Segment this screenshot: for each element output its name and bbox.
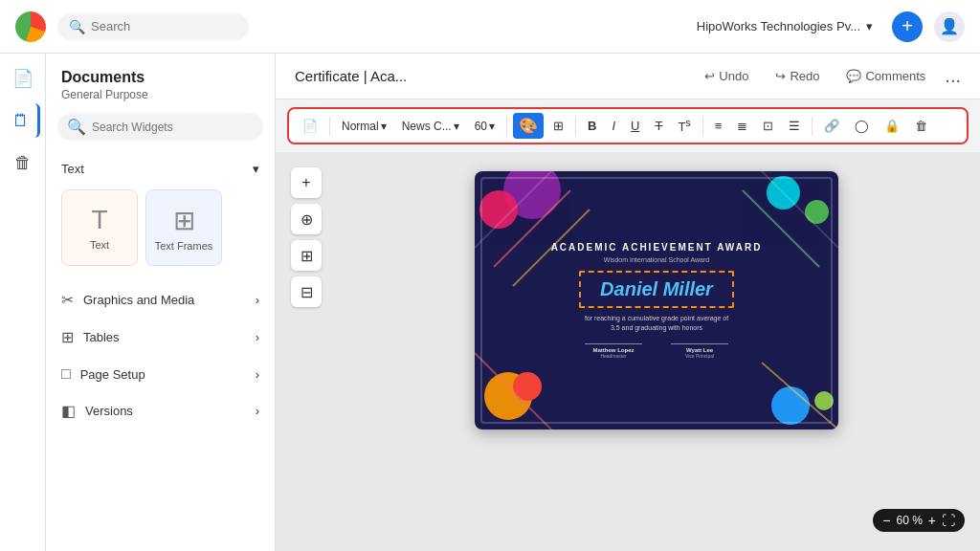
superscript-icon: Ts: [678, 117, 690, 134]
sidebar-header: Documents General Purpose: [46, 54, 275, 105]
align-num-button[interactable]: ≣: [731, 115, 753, 137]
more-options-icon[interactable]: ...: [945, 65, 961, 87]
size-chevron-icon: ▾: [489, 120, 495, 133]
canvas-add-button[interactable]: +: [291, 167, 322, 198]
add-button[interactable]: +: [892, 11, 923, 42]
undo-button[interactable]: ↩ Undo: [697, 65, 756, 87]
bold-button[interactable]: B: [582, 115, 602, 137]
lock-button[interactable]: 🔒: [879, 115, 905, 137]
comments-button[interactable]: 💬 Comments: [838, 65, 933, 87]
tables-label: Tables: [83, 330, 120, 344]
sidebar-search-icon: 🔍: [67, 118, 86, 136]
search-icon: 🔍: [69, 19, 85, 34]
canvas-layers-button[interactable]: ⊟: [291, 276, 322, 307]
page-style-icon[interactable]: 📄: [297, 115, 323, 137]
redo-button[interactable]: ↪ Redo: [768, 65, 827, 87]
cert-sig-1: Wyatt Lee Vice Principal: [671, 343, 728, 359]
cert-name: Daniel Miller: [600, 278, 713, 300]
strikethrough-icon: T: [655, 119, 662, 133]
cert-content: ACADEMIC ACHIEVEMENT AWARD Wisdom Intern…: [475, 171, 838, 430]
page-setup-label: Page Setup: [80, 367, 145, 382]
italic-button[interactable]: I: [606, 115, 621, 137]
size-selector[interactable]: 60 ▾: [469, 117, 501, 136]
list-button[interactable]: ☰: [783, 115, 806, 137]
zoom-level: 60 %: [896, 514, 922, 527]
company-selector[interactable]: HipoWorks Technologies Pv... ▾: [689, 13, 880, 39]
style-chevron-icon: ▾: [381, 120, 387, 133]
sidebar-search[interactable]: 🔍: [57, 113, 263, 141]
cert-signatures: Matthew Lopez Headmaster Wyatt Lee Vice …: [585, 343, 728, 359]
sig-line-1: [671, 343, 728, 344]
widget-search-input[interactable]: [92, 121, 254, 134]
user-button[interactable]: 👤: [934, 11, 965, 42]
sidebar-item-graphics[interactable]: ✂ Graphics and Media ›: [46, 281, 275, 319]
widget-text-frames[interactable]: ⊞ Text Frames: [145, 189, 222, 266]
chevron-down-icon: ▾: [866, 19, 873, 33]
zoom-increase-button[interactable]: +: [928, 513, 936, 528]
app-logo: [15, 11, 46, 42]
text-section-chevron: ▾: [253, 162, 259, 176]
text-box-button[interactable]: ⊡: [757, 115, 779, 137]
sidebar-item-versions[interactable]: ◧ Versions ›: [46, 392, 275, 430]
icon-rail: 📄 🗒 🗑: [0, 54, 46, 551]
toolbar-divider-2: [506, 117, 507, 136]
tables-icon: ⊞: [61, 328, 74, 346]
align-left-button[interactable]: ≡: [709, 115, 728, 137]
shape-button[interactable]: ◯: [849, 115, 875, 137]
widget-text[interactable]: T Text: [61, 189, 138, 266]
zoom-bar: − 60 % + ⛶: [873, 509, 965, 532]
tables-chevron-icon: ›: [256, 330, 259, 344]
canvas-area[interactable]: + ⊕ ⊞ ⊟: [276, 152, 980, 551]
sidebar-menu-left-versions: ◧ Versions: [61, 402, 133, 420]
cert-subtitle: Wisdom International School Award: [604, 256, 709, 263]
sidebar-title: Documents: [61, 69, 259, 86]
search-bar[interactable]: 🔍: [57, 13, 249, 40]
text-section-header[interactable]: Text ▾: [57, 156, 263, 182]
text-section-label: Text: [61, 162, 84, 176]
graphics-chevron-icon: ›: [256, 293, 259, 307]
grid-button[interactable]: ⊞: [547, 115, 569, 137]
page-setup-icon: □: [61, 365, 71, 383]
top-nav: 🔍 HipoWorks Technologies Pv... ▾ + 👤: [0, 0, 980, 54]
redo-label: Redo: [790, 69, 819, 83]
text-widget-label: Text: [90, 239, 109, 251]
cert-name-box: Daniel Miller: [579, 271, 734, 308]
color-button[interactable]: 🎨: [513, 113, 544, 139]
zoom-decrease-button[interactable]: −: [882, 513, 890, 528]
cert-title: ACADEMIC ACHIEVEMENT AWARD: [551, 242, 763, 253]
style-selector[interactable]: Normal ▾: [336, 117, 392, 136]
versions-icon: ◧: [61, 402, 76, 420]
zoom-expand-button[interactable]: ⛶: [942, 513, 955, 528]
sig-title-0: Headmaster: [600, 353, 626, 359]
doc-title: Certificate | Aca...: [295, 68, 407, 84]
content-area: Certificate | Aca... ↩ Undo ↪ Redo 💬 Com…: [276, 54, 980, 551]
link-button[interactable]: 🔗: [818, 115, 845, 137]
company-name: HipoWorks Technologies Pv...: [697, 19, 860, 33]
text-widget-icon: T: [91, 205, 107, 235]
superscript-button[interactable]: Ts: [672, 113, 696, 138]
underline-button[interactable]: U: [625, 115, 645, 137]
rail-pages-icon[interactable]: 🗒: [6, 103, 40, 138]
doc-actions: ↩ Undo ↪ Redo 💬 Comments ...: [697, 65, 961, 87]
canvas-grid-button[interactable]: ⊞: [291, 240, 322, 271]
size-value: 60: [475, 120, 487, 133]
versions-label: Versions: [85, 404, 133, 418]
text-section: Text ▾ T Text ⊞ Text Frames: [46, 148, 275, 281]
rail-trash-icon[interactable]: 🗑: [6, 145, 40, 180]
rail-documents-icon[interactable]: 📄: [6, 61, 40, 96]
undo-icon: ↩: [704, 69, 715, 83]
strikethrough-button[interactable]: T: [649, 115, 668, 137]
toolbar: 📄 Normal ▾ News C... ▾ 60 ▾ 🎨 ⊞: [287, 107, 969, 144]
certificate: ACADEMIC ACHIEVEMENT AWARD Wisdom Intern…: [475, 171, 838, 430]
toolbar-divider-1: [329, 117, 330, 136]
sig-line-0: [585, 343, 642, 344]
sidebar-item-page-setup[interactable]: □ Page Setup ›: [46, 356, 275, 392]
font-selector[interactable]: News C... ▾: [396, 117, 465, 136]
grid-icon: ⊞: [553, 119, 564, 133]
canvas-select-button[interactable]: ⊕: [291, 204, 322, 234]
cert-description: for reaching a cumulative grade point av…: [585, 314, 728, 333]
search-input[interactable]: [91, 19, 225, 33]
undo-label: Undo: [719, 69, 748, 83]
sidebar-item-tables[interactable]: ⊞ Tables ›: [46, 319, 275, 356]
delete-button[interactable]: 🗑: [909, 115, 933, 137]
